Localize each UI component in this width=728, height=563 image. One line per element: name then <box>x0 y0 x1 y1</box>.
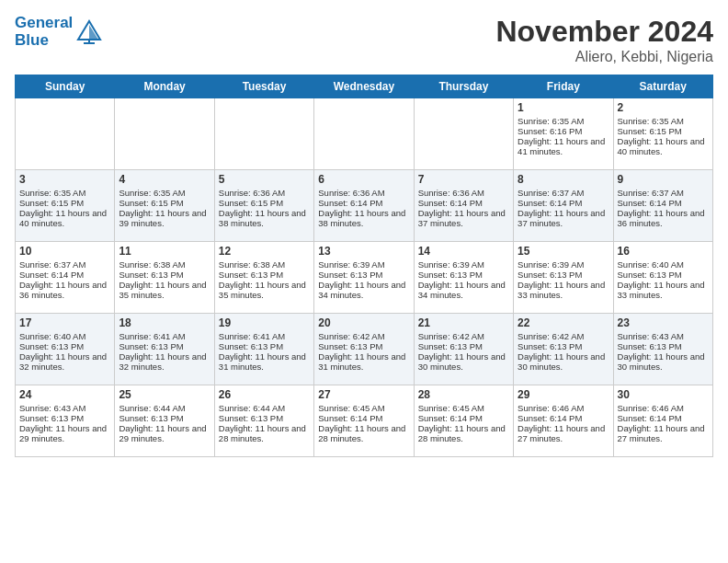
sunrise-text: Sunrise: 6:39 AM <box>418 259 509 270</box>
sunrise-text: Sunrise: 6:42 AM <box>318 331 409 341</box>
daylight-text: Daylight: 11 hours and 38 minutes. <box>318 208 409 228</box>
daylight-text: Daylight: 11 hours and 38 minutes. <box>219 208 310 228</box>
day-number: 7 <box>418 173 509 186</box>
calendar-cell: 26Sunrise: 6:44 AMSunset: 6:13 PMDayligh… <box>214 385 313 457</box>
day-number: 20 <box>318 316 409 329</box>
day-number: 17 <box>19 316 110 329</box>
daylight-text: Daylight: 11 hours and 36 minutes. <box>618 208 709 228</box>
sunrise-text: Sunrise: 6:37 AM <box>19 259 110 270</box>
sunrise-text: Sunrise: 6:44 AM <box>119 403 210 413</box>
day-number: 26 <box>219 388 310 401</box>
sunset-text: Sunset: 6:13 PM <box>119 270 210 280</box>
sunset-text: Sunset: 6:13 PM <box>418 341 509 351</box>
calendar-week-row: 17Sunrise: 6:40 AMSunset: 6:13 PMDayligh… <box>16 314 713 385</box>
sunrise-text: Sunrise: 6:36 AM <box>219 188 310 198</box>
day-number: 25 <box>119 388 210 401</box>
daylight-text: Daylight: 11 hours and 37 minutes. <box>418 208 509 228</box>
calendar-cell <box>414 98 513 170</box>
calendar-cell: 17Sunrise: 6:40 AMSunset: 6:13 PMDayligh… <box>16 314 115 385</box>
day-number: 3 <box>19 173 110 186</box>
page: General Blue November 2024 Aliero, Kebbi… <box>0 0 728 563</box>
calendar-table: SundayMondayTuesdayWednesdayThursdayFrid… <box>15 75 713 457</box>
day-number: 10 <box>19 245 110 258</box>
calendar-cell: 3Sunrise: 6:35 AMSunset: 6:15 PMDaylight… <box>16 170 115 242</box>
sunrise-text: Sunrise: 6:36 AM <box>318 188 409 198</box>
sunrise-text: Sunrise: 6:38 AM <box>219 259 310 270</box>
sunset-text: Sunset: 6:13 PM <box>119 413 210 423</box>
day-number: 2 <box>618 101 709 114</box>
daylight-text: Daylight: 11 hours and 34 minutes. <box>418 280 509 300</box>
calendar-cell: 22Sunrise: 6:42 AMSunset: 6:13 PMDayligh… <box>514 314 613 385</box>
sunrise-text: Sunrise: 6:42 AM <box>518 331 609 341</box>
day-number: 30 <box>618 388 709 401</box>
day-number: 6 <box>318 173 409 186</box>
calendar-week-row: 1Sunrise: 6:35 AMSunset: 6:16 PMDaylight… <box>16 98 713 170</box>
daylight-text: Daylight: 11 hours and 27 minutes. <box>618 423 709 443</box>
calendar-cell: 30Sunrise: 6:46 AMSunset: 6:14 PMDayligh… <box>613 385 712 457</box>
sunrise-text: Sunrise: 6:35 AM <box>618 116 709 126</box>
sunset-text: Sunset: 6:14 PM <box>618 198 709 208</box>
day-number: 9 <box>618 173 709 186</box>
sunset-text: Sunset: 6:14 PM <box>418 413 509 423</box>
daylight-text: Daylight: 11 hours and 29 minutes. <box>19 423 110 443</box>
calendar-cell <box>115 98 214 170</box>
header-wednesday: Wednesday <box>314 75 414 98</box>
calendar-cell: 11Sunrise: 6:38 AMSunset: 6:13 PMDayligh… <box>115 242 214 314</box>
sunset-text: Sunset: 6:13 PM <box>19 341 110 351</box>
calendar-subtitle: Aliero, Kebbi, Nigeria <box>495 49 713 65</box>
sunrise-text: Sunrise: 6:44 AM <box>219 403 310 413</box>
calendar-cell: 23Sunrise: 6:43 AMSunset: 6:13 PMDayligh… <box>613 314 712 385</box>
sunrise-text: Sunrise: 6:43 AM <box>618 331 709 341</box>
header-sunday: Sunday <box>16 75 115 98</box>
day-number: 11 <box>119 245 210 258</box>
daylight-text: Daylight: 11 hours and 41 minutes. <box>518 136 609 156</box>
calendar-cell: 15Sunrise: 6:39 AMSunset: 6:13 PMDayligh… <box>514 242 613 314</box>
sunrise-text: Sunrise: 6:45 AM <box>418 403 509 413</box>
sunset-text: Sunset: 6:13 PM <box>318 270 409 280</box>
sunrise-text: Sunrise: 6:39 AM <box>518 259 609 270</box>
calendar-cell: 21Sunrise: 6:42 AMSunset: 6:13 PMDayligh… <box>414 314 513 385</box>
daylight-text: Daylight: 11 hours and 30 minutes. <box>618 351 709 372</box>
sunset-text: Sunset: 6:15 PM <box>119 198 210 208</box>
day-number: 12 <box>219 245 310 258</box>
day-number: 8 <box>518 173 609 186</box>
calendar-title: November 2024 <box>495 15 713 49</box>
sunrise-text: Sunrise: 6:43 AM <box>19 403 110 413</box>
sunset-text: Sunset: 6:14 PM <box>518 413 609 423</box>
daylight-text: Daylight: 11 hours and 31 minutes. <box>219 351 310 372</box>
daylight-text: Daylight: 11 hours and 33 minutes. <box>518 280 609 300</box>
sunrise-text: Sunrise: 6:40 AM <box>618 259 709 270</box>
day-number: 23 <box>618 316 709 329</box>
sunrise-text: Sunrise: 6:37 AM <box>618 188 709 198</box>
sunset-text: Sunset: 6:13 PM <box>618 341 709 351</box>
day-number: 16 <box>618 245 709 258</box>
sunrise-text: Sunrise: 6:36 AM <box>418 188 509 198</box>
daylight-text: Daylight: 11 hours and 32 minutes. <box>19 351 110 372</box>
calendar-cell: 9Sunrise: 6:37 AMSunset: 6:14 PMDaylight… <box>613 170 712 242</box>
sunset-text: Sunset: 6:14 PM <box>418 198 509 208</box>
calendar-cell: 18Sunrise: 6:41 AMSunset: 6:13 PMDayligh… <box>115 314 214 385</box>
daylight-text: Daylight: 11 hours and 35 minutes. <box>219 280 310 300</box>
calendar-cell: 14Sunrise: 6:39 AMSunset: 6:13 PMDayligh… <box>414 242 513 314</box>
calendar-cell <box>314 98 414 170</box>
sunset-text: Sunset: 6:14 PM <box>618 413 709 423</box>
sunset-text: Sunset: 6:14 PM <box>318 198 409 208</box>
calendar-cell: 27Sunrise: 6:45 AMSunset: 6:14 PMDayligh… <box>314 385 414 457</box>
daylight-text: Daylight: 11 hours and 27 minutes. <box>518 423 609 443</box>
calendar-cell: 4Sunrise: 6:35 AMSunset: 6:15 PMDaylight… <box>115 170 214 242</box>
calendar-week-row: 10Sunrise: 6:37 AMSunset: 6:14 PMDayligh… <box>16 242 713 314</box>
daylight-text: Daylight: 11 hours and 40 minutes. <box>19 208 110 228</box>
calendar-cell <box>214 98 313 170</box>
sunset-text: Sunset: 6:16 PM <box>518 126 609 136</box>
header: General Blue November 2024 Aliero, Kebbi… <box>15 15 713 65</box>
header-tuesday: Tuesday <box>214 75 313 98</box>
logo-icon <box>74 19 104 45</box>
daylight-text: Daylight: 11 hours and 30 minutes. <box>418 351 509 372</box>
sunset-text: Sunset: 6:15 PM <box>219 198 310 208</box>
daylight-text: Daylight: 11 hours and 33 minutes. <box>618 280 709 300</box>
daylight-text: Daylight: 11 hours and 34 minutes. <box>318 280 409 300</box>
calendar-cell: 19Sunrise: 6:41 AMSunset: 6:13 PMDayligh… <box>214 314 313 385</box>
sunrise-text: Sunrise: 6:35 AM <box>119 188 210 198</box>
calendar-cell <box>16 98 115 170</box>
calendar-cell: 7Sunrise: 6:36 AMSunset: 6:14 PMDaylight… <box>414 170 513 242</box>
